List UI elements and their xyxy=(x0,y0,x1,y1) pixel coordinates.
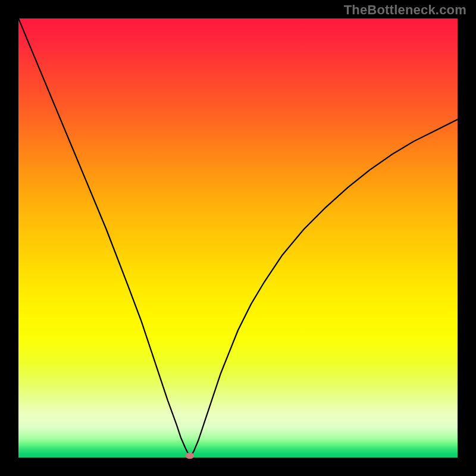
plot-area xyxy=(18,18,458,458)
bottleneck-curve xyxy=(18,18,458,458)
watermark-text: TheBottleneck.com xyxy=(344,2,466,18)
minimum-marker xyxy=(186,453,194,459)
outer-frame: TheBottleneck.com xyxy=(0,0,476,476)
